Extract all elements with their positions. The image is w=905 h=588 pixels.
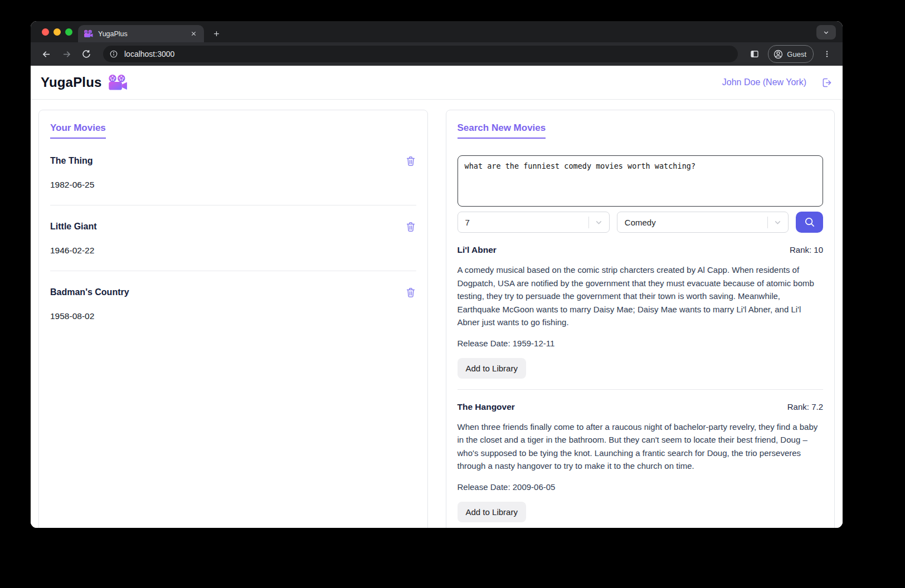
yugaplus-app: YugaPlus — [31, 66, 843, 528]
site-info-icon[interactable] — [106, 47, 121, 61]
zoom-window-button[interactable] — [65, 28, 72, 36]
trash-icon — [405, 221, 416, 232]
guest-label: Guest — [787, 50, 806, 58]
search-result-item: The Hangover Rank: 7.2 When three friend… — [458, 402, 824, 528]
user-area: John Doe (New York) — [722, 77, 833, 89]
movie-date: 1946-02-22 — [50, 246, 416, 256]
profile-avatar-icon — [773, 49, 784, 60]
brand: YugaPlus — [41, 74, 128, 91]
your-movies-heading: Your Movies — [50, 122, 106, 139]
main-content: Your Movies The Thing — [31, 100, 843, 528]
result-rank: Rank: 10 — [790, 245, 823, 254]
divider — [458, 389, 824, 390]
browser-tab-yugaplus[interactable]: YugaPlus — [78, 25, 204, 42]
search-button[interactable] — [796, 212, 823, 233]
minimize-window-button[interactable] — [53, 28, 61, 36]
close-window-button[interactable] — [42, 28, 49, 36]
side-panel-button[interactable] — [746, 46, 763, 62]
search-heading: Search New Movies — [458, 122, 546, 139]
movie-title: The Thing — [50, 156, 93, 166]
traffic-lights — [42, 28, 72, 36]
library-movie-item: Badman's Country 1958-08-02 — [50, 287, 416, 321]
genre-select-value: Comedy — [625, 218, 767, 227]
browser-window: YugaPlus — [31, 21, 843, 528]
add-to-library-button[interactable]: Add to Library — [458, 358, 526, 379]
result-description: A comedy musical based on the comic stri… — [458, 263, 824, 329]
tab-strip: YugaPlus — [31, 21, 843, 42]
divider — [50, 271, 416, 271]
chevron-down-icon — [773, 218, 782, 227]
logout-button[interactable] — [821, 77, 833, 89]
movie-camera-icon — [108, 74, 128, 91]
forward-button[interactable] — [58, 46, 75, 62]
result-title: Li'l Abner — [458, 245, 497, 255]
tab-title: YugaPlus — [98, 30, 189, 38]
search-icon — [804, 216, 816, 228]
search-panel: Search New Movies what are the funniest … — [446, 110, 835, 528]
add-to-library-button[interactable]: Add to Library — [458, 502, 526, 522]
browser-toolbar: localhost:3000 Guest — [31, 42, 843, 66]
yugaplus-favicon-icon — [84, 30, 93, 38]
result-release-date: Release Date: 2009-06-05 — [458, 482, 824, 492]
library-movie-item: The Thing 1982-06-25 — [50, 155, 416, 205]
back-button[interactable] — [38, 46, 55, 62]
divider — [767, 217, 768, 228]
rank-select[interactable]: 7 — [458, 212, 610, 233]
search-controls: 7 Comedy — [458, 212, 824, 233]
refresh-button[interactable] — [78, 46, 95, 62]
tab-close-icon[interactable] — [189, 29, 198, 38]
search-query-input[interactable]: what are the funniest comedy movies wort… — [458, 155, 824, 207]
movie-date: 1958-08-02 — [50, 311, 416, 321]
movie-date: 1982-06-25 — [50, 180, 416, 190]
browser-menu-button[interactable] — [819, 46, 835, 62]
your-movies-panel: Your Movies The Thing — [38, 110, 428, 528]
new-tab-button[interactable] — [208, 26, 224, 41]
logout-icon — [821, 77, 833, 89]
movie-title: Badman's Country — [50, 287, 129, 297]
app-header: YugaPlus — [31, 66, 843, 100]
delete-movie-button[interactable] — [405, 155, 416, 166]
app-title: YugaPlus — [41, 75, 102, 90]
genre-select[interactable]: Comedy — [617, 212, 789, 233]
trash-icon — [405, 155, 416, 166]
library-movie-item: Little Giant 1946-02-22 — [50, 221, 416, 271]
divider — [588, 217, 589, 228]
user-name: John Doe (New York) — [722, 77, 806, 87]
guest-profile-button[interactable]: Guest — [768, 45, 814, 63]
tab-search-chevron-button[interactable] — [816, 25, 836, 40]
result-title: The Hangover — [458, 402, 515, 412]
delete-movie-button[interactable] — [405, 287, 416, 298]
result-rank: Rank: 7.2 — [787, 402, 823, 411]
result-release-date: Release Date: 1959-12-11 — [458, 339, 824, 348]
search-result-item: Li'l Abner Rank: 10 A comedy musical bas… — [458, 245, 824, 390]
divider — [50, 205, 416, 205]
delete-movie-button[interactable] — [405, 221, 416, 232]
result-description: When three friends finally come to after… — [458, 420, 824, 473]
url-text: localhost:3000 — [124, 50, 174, 58]
rank-select-value: 7 — [465, 218, 588, 227]
trash-icon — [405, 287, 416, 298]
chevron-down-icon — [594, 218, 604, 227]
url-bar[interactable]: localhost:3000 — [103, 46, 738, 62]
movie-title: Little Giant — [50, 222, 97, 232]
